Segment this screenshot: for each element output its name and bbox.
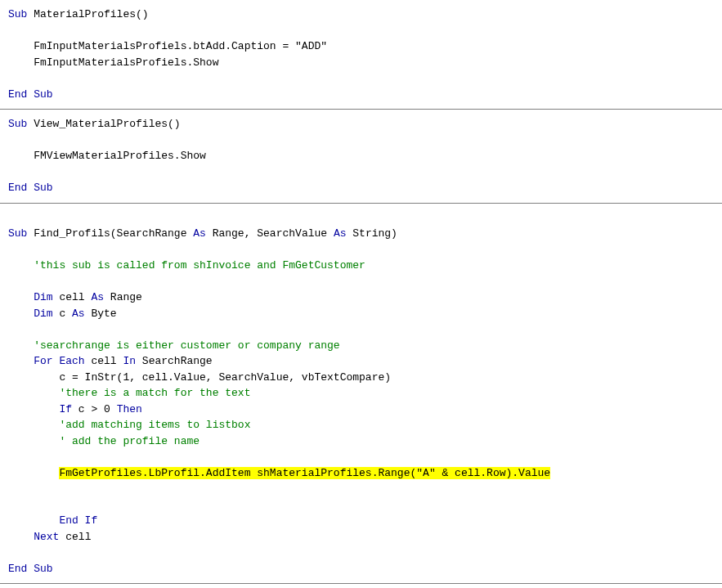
keyword-end-sub: End Sub [8,182,53,194]
keyword-sub: Sub [8,118,27,130]
blank-line [8,481,714,497]
code-line: c = InStr(1, cell.Value, SearchValue, vb… [8,370,714,386]
loop-var: cell [59,531,91,543]
blank-line [8,23,714,39]
code-line: 'searchrange is either customer or compa… [8,338,714,354]
comment: 'searchrange is either customer or compa… [34,339,339,352]
param-type: Range, SearchValue [206,227,334,240]
code-line: Sub MaterialProfiles() [8,7,714,23]
sub-name: View_MaterialProfiles() [27,118,180,130]
type-name: Byte [85,307,117,320]
code-block-2: Sub View_MaterialProfiles() FMViewMateri… [0,110,722,204]
code-line: FmGetProfiles.LbProfil.AddItem shMateria… [8,465,714,482]
type-name: Range [104,291,142,303]
blank-line [8,321,714,338]
comment: 'add matching items to listbox [59,419,250,431]
keyword-sub: Sub [8,227,27,240]
code-line: FmInputMaterialsProfiels.btAdd.Caption =… [8,38,714,55]
keyword-end-if: End If [59,514,97,527]
var-name: cell [53,291,92,303]
keyword-dim: Dim [34,291,52,303]
blank-line [8,210,714,227]
code-line: Sub View_MaterialProfiles() [8,116,714,132]
code-line: Next cell [8,529,714,545]
blank-line [8,164,714,181]
code-line: ' add the profile name [8,433,714,450]
keyword-end-sub: End Sub [8,563,53,575]
blank-line [8,449,714,465]
blank-line [8,497,714,514]
statement: FMViewMaterialProfiles.Show [34,150,206,162]
code-block-3: Sub Find_Profils(SearchRange As Range, S… [0,204,722,585]
statement: c = InStr(1, cell.Value, SearchValue, vb… [59,371,391,384]
code-line: 'add matching items to listbox [8,417,714,433]
keyword-for-each: For Each [34,355,84,367]
code-line: 'there is a match for the text [8,385,714,402]
comment: ' add the profile name [59,435,200,447]
code-block-1: Sub MaterialProfiles() FmInputMaterialsP… [0,0,722,110]
keyword-if: If [59,403,72,415]
sub-name: Find_Profils(SearchRange [27,227,193,240]
keyword-sub: Sub [8,8,27,20]
code-line: Dim cell As Range [8,290,714,306]
keyword-as: As [91,291,104,303]
keyword-next: Next [34,531,59,543]
keyword-in: In [123,355,136,367]
statement: FmInputMaterialsProfiels.Show [34,56,218,69]
comment: 'there is a match for the text [59,387,250,399]
highlighted-statement: FmGetProfiles.LbProfil.AddItem shMateria… [59,467,550,479]
keyword-end-sub: End Sub [8,88,53,101]
keyword-as: As [72,307,85,320]
blank-line [8,274,714,290]
code-line: End If [8,513,714,529]
code-line: Dim c As Byte [8,306,714,322]
loop-range: SearchRange [136,355,213,367]
param-type: String) [347,227,397,240]
keyword-as: As [334,227,347,240]
loop-var: cell [85,355,123,367]
keyword-as: As [193,227,206,240]
code-line: End Sub [8,180,714,196]
blank-line [8,70,714,87]
sub-name: MaterialProfiles() [27,8,148,20]
keyword-then: Then [117,403,142,415]
statement: FmInputMaterialsProfiels.btAdd.Caption =… [34,40,327,52]
code-line: For Each cell In SearchRange [8,353,714,370]
code-line: FMViewMaterialProfiles.Show [8,148,714,164]
condition: c > 0 [72,403,117,415]
blank-line [8,132,714,149]
blank-line [8,545,714,561]
code-line: FmInputMaterialsProfiels.Show [8,55,714,71]
keyword-dim: Dim [34,307,52,320]
var-name: c [53,307,72,320]
code-line: Sub Find_Profils(SearchRange As Range, S… [8,226,714,242]
code-line: If c > 0 Then [8,402,714,418]
code-line: End Sub [8,561,714,577]
code-line: 'this sub is called from shInvoice and F… [8,258,714,274]
code-line: End Sub [8,87,714,103]
blank-line [8,242,714,258]
comment: 'this sub is called from shInvoice and F… [34,259,365,272]
